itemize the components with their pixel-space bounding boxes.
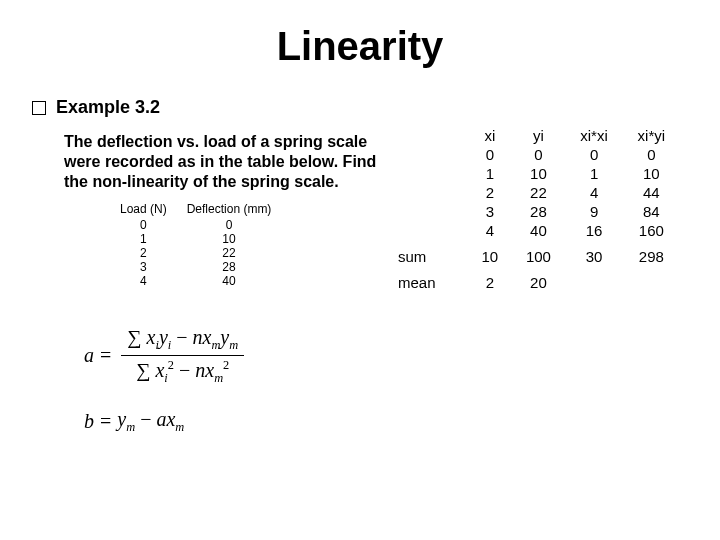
- table-row: 44016160: [390, 221, 680, 240]
- content-row: The deflection vs. load of a spring scal…: [40, 126, 680, 292]
- formula-b: b= ym − axm: [84, 408, 680, 435]
- table-row: 110110: [390, 164, 680, 183]
- bullet-square-icon: [32, 101, 46, 115]
- input-data-table: Load (N) Deflection (mm) 00 110 222 328 …: [110, 202, 281, 288]
- calc-header-xiyi: xi*yi: [623, 126, 680, 145]
- calc-header-xixi: xi*xi: [565, 126, 622, 145]
- table-row: 222444: [390, 183, 680, 202]
- slide: Linearity Example 3.2 The deflection vs.…: [0, 0, 720, 540]
- table-row: 00: [110, 218, 281, 232]
- left-column: The deflection vs. load of a spring scal…: [40, 126, 380, 288]
- calc-table: xi yi xi*xi xi*yi 0000 110110 222444 328…: [390, 126, 680, 292]
- col-header-load: Load (N): [110, 202, 177, 218]
- table-row: 0000: [390, 145, 680, 164]
- example-label: Example 3.2: [56, 97, 160, 118]
- right-column: xi yi xi*xi xi*yi 0000 110110 222444 328…: [380, 126, 680, 292]
- slide-title: Linearity: [40, 24, 680, 69]
- calc-header-yi: yi: [511, 126, 565, 145]
- table-row: 328: [110, 260, 281, 274]
- example-heading: Example 3.2: [32, 97, 680, 118]
- formula-a: a= ∑ xiyi − nxmym ∑ xi2 − nxm2: [84, 326, 680, 386]
- sum-label: sum: [390, 240, 468, 266]
- table-row: 440: [110, 274, 281, 288]
- col-header-deflection: Deflection (mm): [177, 202, 282, 218]
- mean-label: mean: [390, 266, 468, 292]
- table-row: 222: [110, 246, 281, 260]
- problem-statement: The deflection vs. load of a spring scal…: [64, 132, 380, 192]
- calc-header-xi: xi: [468, 126, 511, 145]
- table-row: 328984: [390, 202, 680, 221]
- formula-block: a= ∑ xiyi − nxmym ∑ xi2 − nxm2 b= ym − a…: [84, 326, 680, 435]
- sum-row: sum 10 100 30 298: [390, 240, 680, 266]
- table-row: 110: [110, 232, 281, 246]
- mean-row: mean 2 20: [390, 266, 680, 292]
